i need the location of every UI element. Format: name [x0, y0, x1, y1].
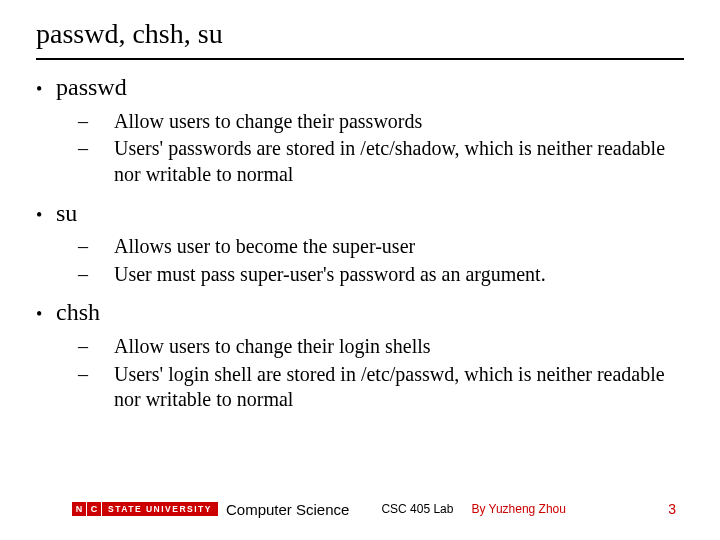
subbullet: –Allow users to change their passwords — [96, 109, 684, 135]
subbullet: –Allow users to change their login shell… — [96, 334, 684, 360]
subbullet-text: Users' passwords are stored in /etc/shad… — [114, 137, 665, 185]
title-rule — [36, 58, 684, 60]
slide-content: •passwd –Allow users to change their pas… — [36, 72, 684, 413]
subbullet-text: Users' login shell are stored in /etc/pa… — [114, 363, 665, 411]
subbullet: –User must pass super-user's password as… — [96, 262, 684, 288]
bullet-head: chsh — [56, 299, 100, 325]
dept-label: Computer Science — [226, 501, 349, 518]
subbullet-text: Allow users to change their login shells — [114, 335, 431, 357]
subbullet-text: User must pass super-user's password as … — [114, 263, 546, 285]
bullet-passwd: •passwd — [36, 72, 684, 103]
subbullet: –Allows user to become the super-user — [96, 234, 684, 260]
bullet-head: su — [56, 200, 77, 226]
subbullet-text: Allows user to become the super-user — [114, 235, 415, 257]
subbullet: –Users' login shell are stored in /etc/p… — [96, 362, 684, 413]
dash-icon: – — [96, 362, 114, 388]
course-label: CSC 405 Lab — [381, 502, 453, 516]
slide: passwd, chsh, su •passwd –Allow users to… — [0, 0, 720, 540]
subbullet: –Users' passwords are stored in /etc/sha… — [96, 136, 684, 187]
author-label: By Yuzheng Zhou — [471, 502, 566, 516]
bullet-icon: • — [36, 204, 56, 227]
bullet-icon: • — [36, 303, 56, 326]
logo-bar: STATE UNIVERSITY — [102, 502, 218, 516]
dash-icon: – — [96, 334, 114, 360]
subbullet-text: Allow users to change their passwords — [114, 110, 422, 132]
dash-icon: – — [96, 262, 114, 288]
bullet-su: •su — [36, 198, 684, 229]
page-number: 3 — [668, 501, 676, 517]
bullet-head: passwd — [56, 74, 127, 100]
dash-icon: – — [96, 109, 114, 135]
ncsu-logo: N C STATE UNIVERSITY — [72, 501, 218, 517]
logo-c-icon: C — [87, 502, 101, 516]
footer: N C STATE UNIVERSITY Computer Science CS… — [0, 496, 720, 522]
bullet-icon: • — [36, 78, 56, 101]
dash-icon: – — [96, 136, 114, 162]
bullet-chsh: •chsh — [36, 297, 684, 328]
dash-icon: – — [96, 234, 114, 260]
logo-n-icon: N — [72, 502, 86, 516]
slide-title: passwd, chsh, su — [36, 18, 684, 58]
